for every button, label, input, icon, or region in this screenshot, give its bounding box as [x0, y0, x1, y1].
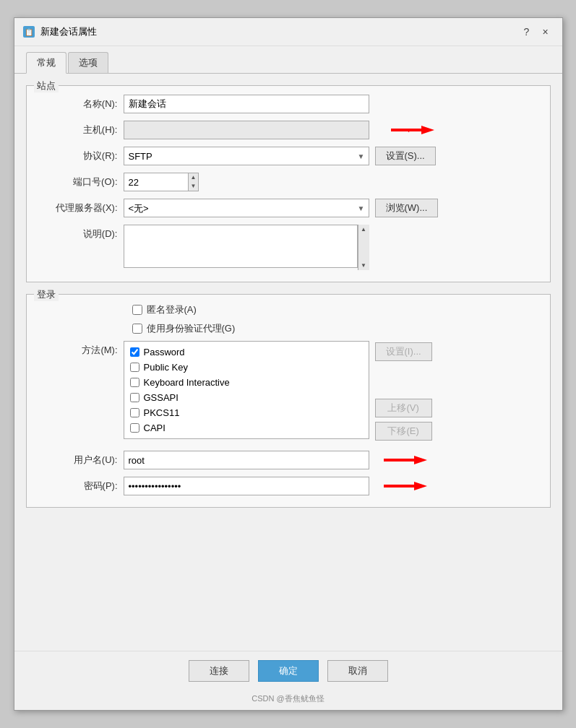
- username-red-arrow: [384, 453, 427, 467]
- host-input-wrapper: ←: [124, 121, 369, 139]
- method-buttons: 设置(I)... 上移(V) 下移(E): [375, 341, 432, 441]
- method-item-capi[interactable]: CAPI: [124, 420, 369, 436]
- footer: 连接 确定 取消: [14, 651, 562, 690]
- desc-label: 说明(D):: [38, 225, 118, 240]
- method-label-gssapi: GSSAPI: [144, 392, 179, 403]
- host-row: 主机(H): ←: [38, 121, 538, 139]
- method-item-password[interactable]: Password: [124, 344, 369, 360]
- method-list-box: Password Public Key Keyboard Interactive…: [124, 341, 369, 439]
- cancel-button[interactable]: 取消: [327, 660, 388, 682]
- site-section: 站点 名称(N): 主机(H): ← 协议(R: [26, 85, 551, 282]
- proxy-label: 代理服务器(X):: [38, 202, 118, 214]
- proxy-browse-button[interactable]: 浏览(W)...: [375, 199, 439, 217]
- host-input[interactable]: [124, 121, 369, 139]
- title-bar: 📋 新建会话属性 ? ×: [14, 18, 562, 46]
- method-row: 方法(M): Password Public Key Keyboard Inte…: [38, 341, 538, 441]
- method-checkbox-keyboard[interactable]: [130, 378, 139, 387]
- name-row: 名称(N):: [38, 95, 538, 113]
- method-label-keyboard: Keyboard Interactive: [144, 377, 230, 388]
- method-item-keyboard[interactable]: Keyboard Interactive: [124, 375, 369, 390]
- watermark: CSDN @香焦鱿鱼怪: [14, 690, 562, 710]
- anonymous-checkbox[interactable]: [132, 305, 142, 315]
- proxy-row: 代理服务器(X): <无> ▼ 浏览(W)...: [38, 199, 538, 217]
- protocol-select-wrapper: SFTP FTP SCP FTPS ▼: [124, 147, 369, 165]
- method-item-gssapi[interactable]: GSSAPI: [124, 390, 369, 405]
- ok-button[interactable]: 确定: [258, 660, 319, 682]
- host-arrow-icon: ←: [404, 121, 420, 139]
- svg-marker-0: [391, 126, 434, 134]
- svg-marker-2: [384, 482, 427, 490]
- method-label-capi: CAPI: [144, 422, 166, 433]
- username-row: 用户名(U):: [38, 451, 538, 469]
- host-red-arrow: [391, 123, 434, 137]
- port-input[interactable]: [124, 173, 189, 191]
- dialog: 📋 新建会话属性 ? × 常规 选项 站点 名称(N): 主机(H):: [14, 17, 563, 711]
- username-label: 用户名(U):: [38, 454, 118, 467]
- tab-general[interactable]: 常规: [26, 52, 66, 74]
- host-label: 主机(H):: [38, 124, 118, 136]
- port-spin-up[interactable]: ▲: [189, 173, 199, 182]
- auth-proxy-checkbox-row: 使用身份验证代理(G): [132, 322, 538, 335]
- method-label-password: Password: [144, 347, 185, 358]
- auth-proxy-checkbox[interactable]: [132, 324, 142, 334]
- name-input[interactable]: [124, 95, 369, 113]
- protocol-label: 协议(R):: [38, 150, 118, 162]
- port-label: 端口号(O):: [38, 176, 118, 188]
- password-input[interactable]: [124, 477, 369, 495]
- port-row: 端口号(O): ▲ ▼: [38, 173, 538, 191]
- protocol-settings-button[interactable]: 设置(S)...: [375, 147, 436, 165]
- protocol-row: 协议(R): SFTP FTP SCP FTPS ▼ 设置(S)...: [38, 147, 538, 165]
- password-label: 密码(P):: [38, 480, 118, 493]
- close-button[interactable]: ×: [538, 24, 554, 40]
- anonymous-row: 匿名登录(A) 使用身份验证代理(G): [38, 303, 538, 335]
- help-button[interactable]: ?: [519, 24, 535, 40]
- content: 站点 名称(N): 主机(H): ← 协议(R: [14, 74, 562, 651]
- username-input[interactable]: [124, 451, 369, 469]
- desc-textarea-wrapper: ▲ ▼: [124, 225, 369, 270]
- method-label-pkcs11: PKCS11: [144, 407, 180, 418]
- port-spin-down[interactable]: ▼: [189, 182, 199, 191]
- name-label: 名称(N):: [38, 98, 118, 110]
- login-section-label: 登录: [34, 288, 59, 301]
- tab-bar: 常规 选项: [14, 46, 562, 74]
- password-input-wrapper: [124, 477, 369, 495]
- login-section: 登录 匿名登录(A) 使用身份验证代理(G) 方法(M): Pa: [26, 294, 551, 508]
- dialog-title: 新建会话属性: [40, 25, 97, 38]
- method-label-publickey: Public Key: [144, 362, 188, 373]
- tab-options[interactable]: 选项: [68, 52, 108, 73]
- port-input-row: ▲ ▼: [124, 173, 199, 191]
- proxy-select-wrapper: <无> ▼: [124, 199, 369, 217]
- title-bar-right: ? ×: [519, 24, 554, 40]
- desc-scrollbar[interactable]: ▲ ▼: [358, 225, 369, 270]
- dialog-icon: 📋: [23, 26, 35, 38]
- method-checkbox-gssapi[interactable]: [130, 393, 139, 402]
- method-item-publickey[interactable]: Public Key: [124, 360, 369, 375]
- username-input-wrapper: [124, 451, 369, 469]
- method-checkbox-password[interactable]: [130, 347, 139, 357]
- method-label: 方法(M):: [38, 341, 118, 357]
- port-spinners: ▲ ▼: [189, 173, 199, 191]
- protocol-select[interactable]: SFTP FTP SCP FTPS: [124, 147, 369, 165]
- title-bar-left: 📋 新建会话属性: [23, 25, 97, 38]
- password-red-arrow: [384, 479, 427, 493]
- method-settings-button[interactable]: 设置(I)...: [375, 342, 432, 361]
- site-section-label: 站点: [34, 79, 59, 92]
- password-row: 密码(P):: [38, 477, 538, 495]
- move-down-button[interactable]: 下移(E): [375, 422, 432, 441]
- anonymous-checkbox-row: 匿名登录(A): [132, 303, 538, 316]
- move-up-button[interactable]: 上移(V): [375, 399, 432, 417]
- anonymous-label[interactable]: 匿名登录(A): [147, 303, 197, 316]
- connect-button[interactable]: 连接: [189, 660, 249, 682]
- desc-textarea[interactable]: [124, 225, 358, 268]
- scroll-down-icon[interactable]: ▼: [361, 262, 366, 269]
- method-checkbox-pkcs11[interactable]: [130, 408, 139, 417]
- scroll-up-icon[interactable]: ▲: [361, 226, 366, 233]
- method-checkbox-capi[interactable]: [130, 423, 139, 433]
- auth-proxy-label[interactable]: 使用身份验证代理(G): [147, 322, 236, 335]
- method-checkbox-publickey[interactable]: [130, 363, 139, 372]
- proxy-select[interactable]: <无>: [124, 199, 369, 217]
- method-item-pkcs11[interactable]: PKCS11: [124, 405, 369, 420]
- desc-row: 说明(D): ▲ ▼: [38, 225, 538, 270]
- svg-marker-1: [384, 456, 427, 464]
